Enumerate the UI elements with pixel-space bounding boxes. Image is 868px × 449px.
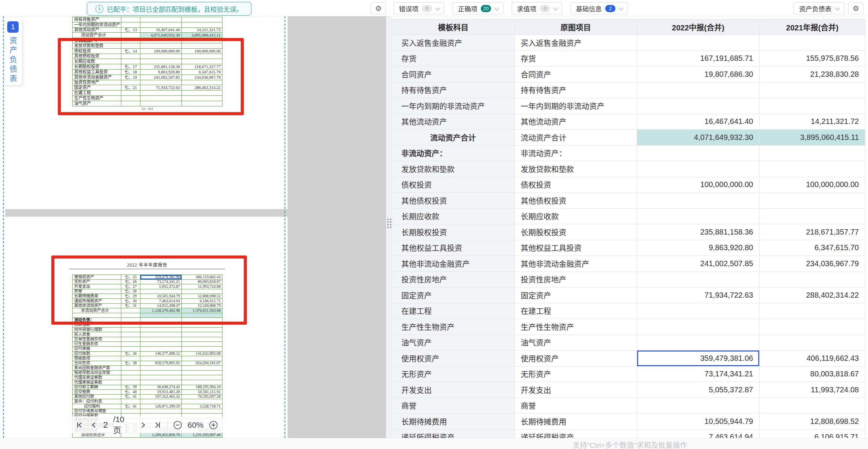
template-subject-cell: 买入返售金融资产 [392, 35, 515, 51]
value-2022-cell[interactable]: 71,934,722.63 [637, 287, 760, 303]
value-2022-cell[interactable]: 359,479,381.06 [637, 351, 760, 366]
doc-value1-cell [140, 346, 182, 351]
value-2022-cell[interactable]: 10,505,944.79 [637, 414, 760, 430]
value-2021-cell[interactable]: 6,347,615.70 [760, 240, 865, 256]
value-2022-cell[interactable] [637, 335, 760, 351]
match-table-scroll-area[interactable]: 模板科目原图项目2022中报(合并)2021年报(合并) 买入返售金融资产买入返… [392, 19, 865, 438]
value-2022-cell[interactable]: 4,071,649,932.30 [637, 130, 760, 146]
value-2021-cell[interactable]: 11,993,724.08 [760, 382, 865, 398]
value-2021-cell[interactable] [760, 193, 865, 209]
value-2021-cell[interactable]: 80,003,818.67 [760, 366, 865, 382]
sheet-settings-button[interactable]: ⚙ [848, 2, 863, 14]
doc-value2-cell: 288,402,314.22 [182, 85, 223, 90]
template-subject-cell: 生产性生物资产 [392, 319, 515, 335]
value-2022-cell[interactable]: 100,000,000.00 [637, 177, 760, 193]
doc-note-cell: 七、36 [121, 351, 140, 356]
filter-correct-dropdown[interactable]: 正确项 20 [453, 2, 503, 14]
prev-page-button[interactable] [89, 420, 98, 430]
value-2021-cell[interactable]: 155,975,878.56 [760, 51, 865, 67]
filter-label: 正确项 [458, 4, 477, 13]
original-item-cell: 持有待售资产 [515, 82, 637, 98]
value-2021-cell[interactable] [760, 335, 865, 351]
value-2022-cell[interactable] [637, 398, 760, 414]
value-2021-cell[interactable]: 218,671,357.77 [760, 224, 865, 240]
doc-value2-cell [182, 90, 223, 96]
doc-value2-cell [182, 366, 223, 371]
doc-value2-cell: 141,632,892.08 [182, 351, 223, 356]
value-2021-cell[interactable]: 3,895,060,415.11 [760, 130, 865, 146]
doc-item-cell: 长期待摊费用 [73, 294, 121, 299]
doc-table-row [73, 313, 223, 318]
value-2022-cell[interactable] [637, 98, 760, 114]
value-2021-cell[interactable] [760, 398, 865, 414]
doc-value2-cell: 50,581,115.91 [182, 390, 223, 395]
value-2022-cell[interactable] [637, 271, 760, 287]
pane-splitter[interactable] [386, 16, 392, 438]
value-2022-cell[interactable]: 73,174,341.21 [637, 366, 760, 382]
filter-errors-dropdown[interactable]: 错误项 0 [394, 2, 444, 14]
sheet-selector-dropdown[interactable]: 资产负债表 [793, 2, 844, 14]
doc-value2-cell [182, 313, 223, 318]
doc-item-cell: 投资性房地产 [73, 80, 121, 85]
current-page-input[interactable]: 2 [103, 420, 108, 430]
zoom-out-button[interactable] [173, 420, 182, 430]
value-2022-cell[interactable] [637, 82, 760, 98]
next-page-button[interactable] [139, 420, 148, 430]
match-settings-button[interactable]: ⚙ [371, 2, 386, 14]
value-2021-cell[interactable] [760, 208, 865, 224]
value-2022-cell[interactable]: 7,463,614.94 [637, 429, 760, 438]
match-table-header-row: 模板科目原图项目2022中报(合并)2021年报(合并) [392, 19, 865, 35]
value-2021-cell[interactable] [760, 161, 865, 177]
value-2021-cell[interactable] [760, 35, 865, 51]
last-page-button[interactable] [153, 420, 162, 430]
doc-item-cell: 应交税费 [73, 390, 121, 395]
value-2022-cell[interactable] [637, 208, 760, 224]
doc-value1-cell [140, 399, 182, 404]
value-2021-cell[interactable]: 21,238,830.28 [760, 67, 865, 83]
original-item-cell: 发放贷款和垫款 [515, 161, 637, 177]
table-row: 非流动资产：非流动资产： [392, 145, 865, 161]
value-2022-cell[interactable] [637, 145, 760, 161]
value-2021-cell[interactable]: 6,106,915.71 [760, 429, 865, 438]
value-2021-cell[interactable]: 234,036,967.79 [760, 256, 865, 272]
zoom-in-button[interactable] [209, 420, 218, 430]
doc-table-row: 其他权益工具投资七、189,863,920.806,347,615.70 [73, 69, 223, 75]
value-2022-cell[interactable]: 9,863,920.80 [637, 240, 760, 256]
doc-table-row: 应交税费七、4019,913,481.2850,581,115.91 [73, 390, 223, 395]
value-2021-cell[interactable]: 12,808,698.52 [760, 414, 865, 430]
value-2021-cell[interactable]: 100,000,000.00 [760, 177, 865, 193]
doc-value1-cell: 4,071,649,932.30 [140, 33, 182, 38]
doc-value1-cell [140, 17, 182, 22]
document-page2-table: 使用权资产七、25359,479,381.06406,119,662.43无形资… [72, 274, 223, 438]
value-2022-cell[interactable]: 16,467,641.40 [637, 114, 760, 130]
value-2022-cell[interactable] [637, 35, 760, 51]
value-2021-cell[interactable]: 406,119,662.43 [760, 351, 865, 366]
value-2022-cell[interactable] [637, 303, 760, 319]
value-2022-cell[interactable] [637, 319, 760, 335]
value-2022-cell[interactable]: 241,002,507.85 [637, 256, 760, 272]
value-2021-cell[interactable] [760, 145, 865, 161]
doc-note-cell [121, 54, 140, 59]
value-2022-cell[interactable] [637, 161, 760, 177]
doc-value2-cell: 234,036,967.79 [182, 75, 223, 80]
value-2021-cell[interactable]: 14,211,321.72 [760, 114, 865, 130]
doc-value1-cell [140, 38, 182, 43]
value-2021-cell[interactable] [760, 303, 865, 319]
value-2022-cell[interactable] [637, 193, 760, 209]
first-page-button[interactable] [75, 420, 84, 430]
value-2022-cell[interactable]: 19,807,686.30 [637, 67, 760, 83]
doc-table-row: 一年内到期的非流动资产 [73, 22, 223, 27]
filter-basicinfo-dropdown[interactable]: 基础信息 2 [571, 2, 628, 14]
value-2022-cell[interactable]: 5,055,372.87 [637, 382, 760, 398]
value-2022-cell[interactable]: 167,191,685.71 [637, 51, 760, 67]
value-2021-cell[interactable] [760, 271, 865, 287]
sidebar-tab-balance-sheet[interactable]: 1 资产负债表 [4, 18, 22, 85]
value-2021-cell[interactable] [760, 82, 865, 98]
value-2021-cell[interactable]: 288,402,314.22 [760, 287, 865, 303]
value-2022-cell[interactable]: 235,881,158.36 [637, 224, 760, 240]
value-2021-cell[interactable] [760, 98, 865, 114]
doc-item-cell: 在建工程 [73, 90, 121, 96]
document-page1-table: 持有待售资产一年内到期的非流动资产其他流动资产七、1316,467,641.40… [72, 17, 223, 106]
value-2021-cell[interactable] [760, 319, 865, 335]
filter-evaluate-dropdown[interactable]: 求值项 0 [512, 2, 562, 14]
